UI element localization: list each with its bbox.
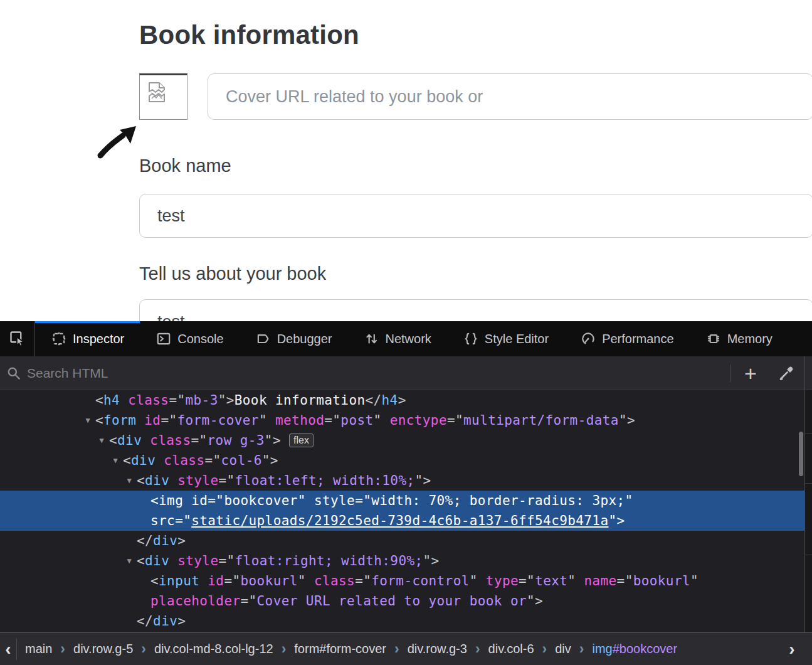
markup-line[interactable]: ▼<div class="row g-3"> flex xyxy=(0,430,812,450)
breadcrumb-item-text: div.col-md-8.col-lg-12 xyxy=(154,642,273,656)
markup-line-selected[interactable]: src="static/uploads/2192c5ed-739d-4c6b-a… xyxy=(0,511,804,531)
markup-token: class xyxy=(164,453,204,468)
markup-token: =" xyxy=(208,493,224,508)
toolbar-divider xyxy=(730,364,730,382)
breadcrumb-separator-icon: › xyxy=(472,641,484,657)
breadcrumb-item-text: div.row.g-5 xyxy=(73,642,133,656)
markup-token xyxy=(120,393,128,408)
markup-token: img xyxy=(159,493,183,508)
markup-token: </ xyxy=(365,393,381,408)
markup-token: =" xyxy=(519,573,535,588)
markup-token xyxy=(169,473,177,488)
eyedropper-icon xyxy=(778,365,794,381)
markup-line[interactable]: ▼<div style="float:right; width:90%;"> xyxy=(0,551,812,571)
devtools-search-row: + xyxy=(0,356,812,390)
markup-token: method xyxy=(275,413,324,428)
markup-token: h4 xyxy=(382,393,398,408)
tab-style-editor[interactable]: Style Editor xyxy=(447,321,564,356)
breadcrumb-item[interactable]: main xyxy=(21,642,56,656)
expand-arrow-icon[interactable]: ▼ xyxy=(123,551,135,571)
markup-token: div xyxy=(145,473,169,488)
markup-token: =" xyxy=(240,593,256,609)
expand-arrow-icon[interactable]: ▼ xyxy=(82,410,94,430)
markup-token: =" xyxy=(224,573,240,588)
markup-token: "> xyxy=(423,553,440,568)
markup-line[interactable]: placeholder="Cover URL related to your b… xyxy=(0,591,812,611)
markup-token: form-cover xyxy=(177,413,258,428)
markup-token: div xyxy=(153,614,177,629)
breadcrumb-item[interactable]: div xyxy=(551,642,576,656)
markup-token xyxy=(183,493,191,508)
markup-scrollbar-thumb[interactable] xyxy=(799,432,803,476)
markup-token xyxy=(142,433,150,448)
markup-token: name xyxy=(584,573,616,588)
tab-performance[interactable]: Performance xyxy=(564,321,690,356)
breadcrumb-item[interactable]: div.row.g-3 xyxy=(403,642,472,656)
markup-line[interactable]: ▼<div style="float:left; width:10%;"> xyxy=(0,471,812,491)
markup-token: " xyxy=(298,493,314,508)
cover-url-input[interactable] xyxy=(208,73,812,120)
breadcrumb-item[interactable]: div.col-6 xyxy=(484,642,539,656)
html-markup-view: <h4 class="mb-3">Book information</h4>▼<… xyxy=(0,390,812,632)
expand-arrow-icon[interactable]: ▼ xyxy=(123,471,135,491)
markup-token: " xyxy=(259,413,275,428)
breadcrumb-separator-icon: › xyxy=(539,641,551,657)
tab-label: Memory xyxy=(727,332,772,346)
breadcrumb-separator-icon: › xyxy=(278,641,290,657)
markup-token: Book information xyxy=(235,393,366,408)
expand-arrow-icon[interactable]: ▼ xyxy=(109,450,122,471)
markup-line[interactable]: <input id="bookurl" class="form-control"… xyxy=(0,571,812,591)
side-panel-edge xyxy=(805,390,812,632)
markup-token: < xyxy=(123,453,131,468)
breadcrumb-scroll-right-icon[interactable]: › xyxy=(783,633,801,665)
breadcrumb-scroll-left-icon[interactable]: ‹ xyxy=(0,639,16,659)
tab-label: Network xyxy=(386,332,431,346)
markup-token: float:right; width:90%; xyxy=(235,553,423,568)
markup-token: style xyxy=(177,473,218,488)
tab-console[interactable]: Console xyxy=(140,321,239,356)
book-name-input[interactable] xyxy=(139,194,812,238)
markup-token: < xyxy=(109,433,117,448)
tab-debugger[interactable]: Debugger xyxy=(240,321,348,356)
markup-token: id xyxy=(144,413,161,428)
markup-token: < xyxy=(150,573,159,588)
book-cover-image xyxy=(139,73,187,120)
console-icon xyxy=(156,331,172,347)
markup-token: " xyxy=(298,573,314,588)
breadcrumb-item[interactable]: form#form-cover xyxy=(290,642,391,656)
tab-memory[interactable]: Memory xyxy=(690,321,788,356)
markup-line[interactable]: </div> xyxy=(0,531,812,551)
expand-arrow-icon[interactable]: ▼ xyxy=(95,430,108,450)
breadcrumb-item[interactable]: div.row.g-5 xyxy=(69,642,137,656)
breadcrumb-item-text: div.col-6 xyxy=(488,642,534,656)
markup-line[interactable]: ▼<form id="form-cover" method="post" enc… xyxy=(0,410,812,430)
eyedropper-button[interactable] xyxy=(774,356,799,390)
attribute-value-link[interactable]: static/uploads/2192c5ed-739d-4c6b-a137-6… xyxy=(191,513,608,528)
markup-token: > xyxy=(177,614,186,629)
markup-token: col-6 xyxy=(221,453,262,468)
breadcrumb-divider xyxy=(16,639,17,660)
markup-token: " xyxy=(625,493,633,508)
markup-line[interactable]: ▼<div class="col-6"> xyxy=(0,450,812,471)
breadcrumb-item[interactable]: img#bookcover xyxy=(588,642,682,656)
devtools-panel: InspectorConsoleDebuggerNetworkStyle Edi… xyxy=(0,321,812,665)
pick-element-button[interactable] xyxy=(0,321,35,356)
markup-token xyxy=(169,553,177,568)
markup-token: div xyxy=(153,533,177,548)
tab-label: Style Editor xyxy=(485,332,549,346)
breadcrumb-item[interactable]: div.col-md-8.col-lg-12 xyxy=(150,642,278,656)
markup-token: =" xyxy=(355,573,371,588)
page-title: Book information xyxy=(139,20,359,50)
search-icon xyxy=(6,365,22,381)
flex-badge[interactable]: flex xyxy=(289,434,314,447)
markup-token: "> xyxy=(527,593,543,609)
hand-drawn-arrow xyxy=(94,120,143,162)
search-html-input[interactable] xyxy=(27,366,591,381)
markup-line-selected[interactable]: <img id="bookcover" style="width: 70%; b… xyxy=(0,491,804,511)
create-node-button[interactable]: + xyxy=(737,356,764,390)
debugger-icon xyxy=(255,331,272,347)
markup-line[interactable]: <h4 class="mb-3">Book information</h4> xyxy=(0,390,812,410)
tab-inspector[interactable]: Inspector xyxy=(35,321,140,356)
tab-network[interactable]: Network xyxy=(348,321,447,356)
markup-line[interactable]: </div> xyxy=(0,611,812,631)
